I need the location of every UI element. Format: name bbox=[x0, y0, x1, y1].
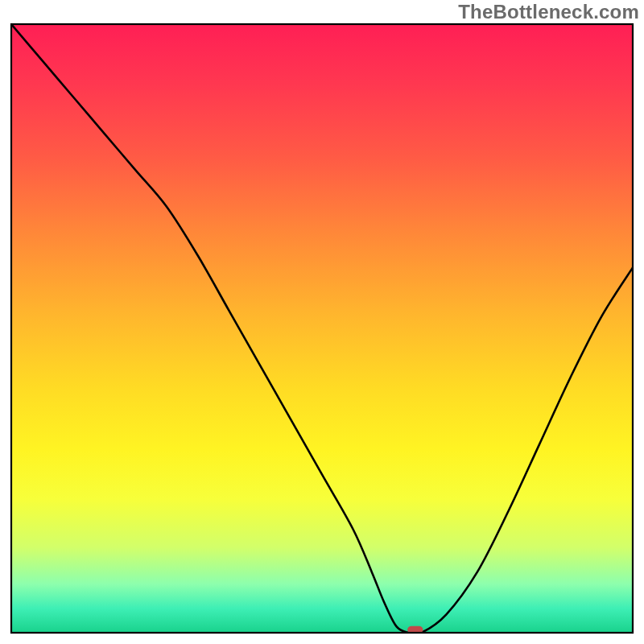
chart-background bbox=[11, 24, 633, 633]
bottleneck-chart bbox=[0, 0, 644, 644]
watermark-text: TheBottleneck.com bbox=[458, 1, 639, 23]
chart-container: TheBottleneck.com bbox=[0, 0, 644, 644]
